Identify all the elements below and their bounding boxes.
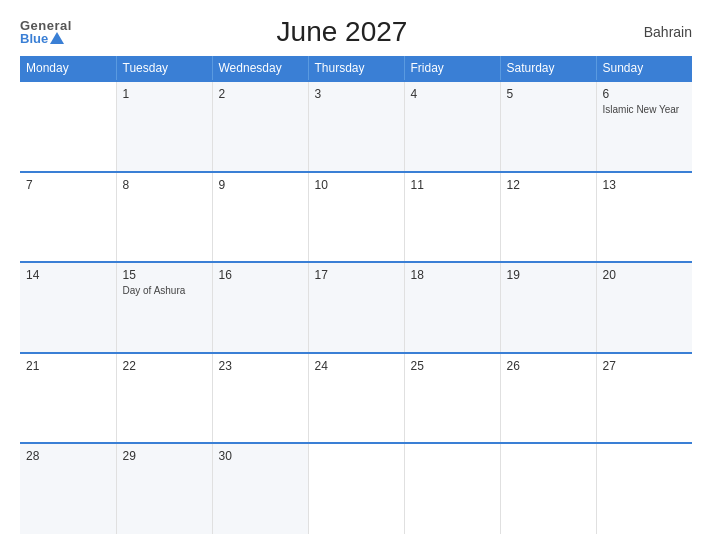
calendar-title: June 2027	[72, 16, 612, 48]
header-wednesday: Wednesday	[212, 56, 308, 81]
calendar-cell: 10	[308, 172, 404, 263]
calendar-cell: 15Day of Ashura	[116, 262, 212, 353]
day-number: 2	[219, 87, 302, 101]
day-number: 29	[123, 449, 206, 463]
day-number: 3	[315, 87, 398, 101]
calendar-cell: 5	[500, 81, 596, 172]
day-number: 20	[603, 268, 687, 282]
calendar-cell: 19	[500, 262, 596, 353]
calendar-cell: 8	[116, 172, 212, 263]
calendar-cell	[308, 443, 404, 534]
calendar-cell	[20, 81, 116, 172]
header-tuesday: Tuesday	[116, 56, 212, 81]
day-number: 22	[123, 359, 206, 373]
header-saturday: Saturday	[500, 56, 596, 81]
calendar-cell: 12	[500, 172, 596, 263]
header-monday: Monday	[20, 56, 116, 81]
calendar-cell	[404, 443, 500, 534]
calendar-cell: 6Islamic New Year	[596, 81, 692, 172]
day-number: 6	[603, 87, 687, 101]
calendar-cell: 26	[500, 353, 596, 444]
calendar-cell: 4	[404, 81, 500, 172]
header-friday: Friday	[404, 56, 500, 81]
calendar-cell: 18	[404, 262, 500, 353]
day-number: 27	[603, 359, 687, 373]
event-label: Islamic New Year	[603, 103, 687, 116]
day-number: 5	[507, 87, 590, 101]
day-number: 13	[603, 178, 687, 192]
day-number: 24	[315, 359, 398, 373]
day-number: 16	[219, 268, 302, 282]
calendar-cell: 13	[596, 172, 692, 263]
day-number: 4	[411, 87, 494, 101]
calendar-cell: 1	[116, 81, 212, 172]
day-number: 7	[26, 178, 110, 192]
day-number: 23	[219, 359, 302, 373]
day-number: 11	[411, 178, 494, 192]
calendar-week-row: 282930	[20, 443, 692, 534]
calendar-cell: 11	[404, 172, 500, 263]
calendar-cell: 21	[20, 353, 116, 444]
calendar-cell: 17	[308, 262, 404, 353]
logo: General Blue	[20, 19, 72, 45]
day-number: 14	[26, 268, 110, 282]
day-number: 9	[219, 178, 302, 192]
calendar-cell: 29	[116, 443, 212, 534]
header-thursday: Thursday	[308, 56, 404, 81]
day-number: 8	[123, 178, 206, 192]
calendar-cell: 23	[212, 353, 308, 444]
logo-triangle-icon	[50, 32, 64, 44]
calendar-cell: 28	[20, 443, 116, 534]
calendar-cell: 14	[20, 262, 116, 353]
calendar-cell	[500, 443, 596, 534]
day-number: 19	[507, 268, 590, 282]
calendar-week-row: 123456Islamic New Year	[20, 81, 692, 172]
calendar-week-row: 1415Day of Ashura1617181920	[20, 262, 692, 353]
calendar-cell	[596, 443, 692, 534]
calendar-cell: 22	[116, 353, 212, 444]
header-sunday: Sunday	[596, 56, 692, 81]
calendar-cell: 3	[308, 81, 404, 172]
day-number: 28	[26, 449, 110, 463]
calendar-cell: 25	[404, 353, 500, 444]
calendar-cell: 30	[212, 443, 308, 534]
calendar-week-row: 21222324252627	[20, 353, 692, 444]
calendar-table: Monday Tuesday Wednesday Thursday Friday…	[20, 56, 692, 534]
header: General Blue June 2027 Bahrain	[20, 16, 692, 48]
event-label: Day of Ashura	[123, 284, 206, 297]
day-number: 18	[411, 268, 494, 282]
day-number: 1	[123, 87, 206, 101]
day-number: 17	[315, 268, 398, 282]
logo-blue-text: Blue	[20, 32, 64, 45]
day-number: 25	[411, 359, 494, 373]
page: General Blue June 2027 Bahrain Monday Tu…	[0, 0, 712, 550]
day-number: 15	[123, 268, 206, 282]
day-number: 26	[507, 359, 590, 373]
calendar-cell: 16	[212, 262, 308, 353]
calendar-week-row: 78910111213	[20, 172, 692, 263]
day-number: 10	[315, 178, 398, 192]
calendar-cell: 7	[20, 172, 116, 263]
calendar-cell: 9	[212, 172, 308, 263]
day-number: 21	[26, 359, 110, 373]
day-number: 30	[219, 449, 302, 463]
calendar-cell: 27	[596, 353, 692, 444]
day-number: 12	[507, 178, 590, 192]
calendar-cell: 2	[212, 81, 308, 172]
calendar-cell: 24	[308, 353, 404, 444]
calendar-cell: 20	[596, 262, 692, 353]
country-label: Bahrain	[612, 24, 692, 40]
weekday-header-row: Monday Tuesday Wednesday Thursday Friday…	[20, 56, 692, 81]
